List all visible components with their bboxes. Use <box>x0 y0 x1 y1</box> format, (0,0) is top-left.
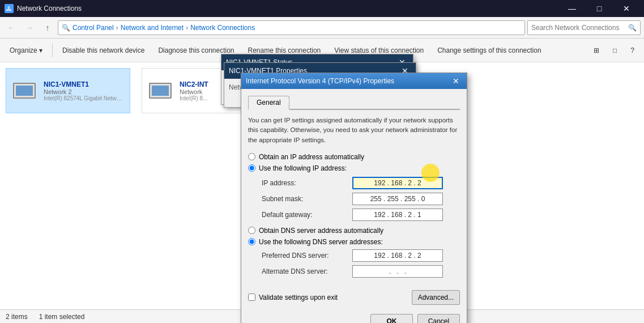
validate-row: Validate settings upon exit Advanced... <box>241 290 467 305</box>
tcp-dialog-tabs: General <box>248 96 460 110</box>
auto-dns-radio[interactable] <box>248 227 255 234</box>
default-gateway-label: Default gateway: <box>262 211 352 219</box>
breadcrumb-network-internet[interactable]: Network and Internet <box>121 24 184 32</box>
help-button[interactable]: ? <box>624 41 641 60</box>
back-button[interactable]: ← <box>3 20 19 35</box>
toolbar-separator-1 <box>52 44 53 57</box>
selected-count: 1 item selected <box>39 313 85 321</box>
subnet-mask-value: 255 . 255 . 255 . 0 <box>370 195 425 203</box>
app-icon: 🖧 <box>5 4 14 13</box>
manual-ip-label[interactable]: Use the following IP address: <box>259 164 347 172</box>
auto-ip-label[interactable]: Obtain an IP address automatically <box>259 153 364 161</box>
alternate-dns-label: Alternate DNS server: <box>262 267 352 275</box>
organize-button[interactable]: Organize ▾ <box>3 41 49 60</box>
manual-ip-radio[interactable] <box>248 164 255 172</box>
advanced-button[interactable]: Advanced... <box>412 290 460 305</box>
tab-general[interactable]: General <box>248 96 289 110</box>
ip-address-label: IP address: <box>262 179 352 187</box>
connection-status-nic1: Network 2 <box>44 88 125 95</box>
dns-field-group: Preferred DNS server: 192 . 168 . 2 . 2 … <box>248 249 460 278</box>
auto-dns-row: Obtain DNS server address automatically <box>248 227 460 235</box>
maximize-button[interactable]: □ <box>586 0 612 17</box>
up-button[interactable]: ↑ <box>40 20 56 35</box>
validate-label[interactable]: Validate settings upon exit <box>259 294 338 301</box>
title-bar-buttons: — □ ✕ <box>559 0 639 17</box>
tcp-dialog-footer: OK Cancel <box>241 309 467 323</box>
connection-icon-nic1 <box>11 77 38 104</box>
breadcrumb-bar: 🔍 Control Panel › Network and Internet ›… <box>58 20 525 35</box>
tcp-info-text: You can get IP settings assigned automat… <box>248 116 460 145</box>
view-options-button[interactable]: ⊞ <box>587 41 605 60</box>
auto-ip-row: Obtain an IP address automatically <box>248 153 460 161</box>
ip-radio-group: Obtain an IP address automatically Use t… <box>248 153 460 172</box>
monitor-icon-2 <box>149 83 172 99</box>
alternate-dns-row: Alternate DNS server: . . . <box>262 265 460 278</box>
dns-section: Obtain DNS server address automatically … <box>248 227 460 278</box>
subnet-mask-input[interactable]: 255 . 255 . 255 . 0 <box>352 193 443 205</box>
disable-button[interactable]: Disable this network device <box>56 41 151 60</box>
breadcrumb-network-connections[interactable]: Network Connections <box>190 24 255 32</box>
ip-field-group: IP address: 192 . 168 . 2 . 2 Subnet mas… <box>248 177 460 221</box>
address-bar: ← → ↑ 🔍 Control Panel › Network and Inte… <box>0 17 644 39</box>
manual-dns-radio[interactable] <box>248 238 255 245</box>
connection-item-nic1[interactable]: NIC1-VMNET1 Network 2 Intel(R) 82574L Gi… <box>6 68 130 113</box>
ip-address-input[interactable]: 192 . 168 . 2 . 2 <box>352 177 443 189</box>
manual-dns-label[interactable]: Use the following DNS server addresses: <box>259 238 383 246</box>
preview-button[interactable]: □ <box>607 41 623 60</box>
cancel-button[interactable]: Cancel <box>417 314 460 323</box>
connection-name-nic1: NIC1-VMNET1 <box>44 80 125 88</box>
breadcrumb-control-panel[interactable]: Control Panel <box>72 24 114 32</box>
connection-info-nic1: NIC1-VMNET1 Network 2 Intel(R) 82574L Gi… <box>44 80 125 101</box>
validate-checkbox[interactable] <box>248 294 255 301</box>
search-bar: 🔍 <box>527 20 641 35</box>
connection-adapter-nic1: Intel(R) 82574L Gigabit Network C... <box>44 95 125 101</box>
auto-dns-label[interactable]: Obtain DNS server address automatically <box>259 227 383 235</box>
item-count: 2 items <box>6 313 28 321</box>
forward-button[interactable]: → <box>22 20 37 35</box>
manual-ip-row: Use the following IP address: <box>248 164 460 172</box>
subnet-mask-label: Subnet mask: <box>262 195 352 203</box>
close-button[interactable]: ✕ <box>613 0 639 17</box>
change-settings-button[interactable]: Change settings of this connection <box>431 41 547 60</box>
default-gateway-value: 192 . 168 . 2 . 1 <box>374 211 421 219</box>
subnet-mask-row: Subnet mask: 255 . 255 . 255 . 0 <box>262 193 460 205</box>
ip-address-row: IP address: 192 . 168 . 2 . 2 <box>262 177 460 189</box>
auto-ip-radio[interactable] <box>248 153 255 160</box>
monitor-icon <box>13 83 36 99</box>
preferred-dns-label: Preferred DNS server: <box>262 252 352 260</box>
tcp-dialog-title: Internet Protocol Version 4 (TCP/IPv4) P… <box>246 77 450 85</box>
ip-address-value: 192 . 168 . 2 . 2 <box>374 179 421 187</box>
tcp-dialog-titlebar: Internet Protocol Version 4 (TCP/IPv4) P… <box>241 73 467 89</box>
breadcrumb-icon: 🔍 <box>62 24 70 32</box>
search-input[interactable] <box>531 24 626 32</box>
connection-icon-nic2 <box>147 77 174 104</box>
alternate-dns-value: . . . <box>385 267 410 275</box>
ok-button[interactable]: OK <box>370 314 413 323</box>
search-icon: 🔍 <box>628 24 637 32</box>
title-bar: 🖧 Network Connections — □ ✕ <box>0 0 644 17</box>
tcp-dialog-close[interactable]: ✕ <box>450 75 462 87</box>
preferred-dns-value: 192 . 168 . 2 . 2 <box>374 252 421 260</box>
alternate-dns-input[interactable]: . . . <box>352 265 443 278</box>
default-gateway-row: Default gateway: 192 . 168 . 2 . 1 <box>262 209 460 221</box>
window-title: Network Connections <box>17 5 559 12</box>
preferred-dns-row: Preferred DNS server: 192 . 168 . 2 . 2 <box>262 249 460 262</box>
preferred-dns-input[interactable]: 192 . 168 . 2 . 2 <box>352 249 443 262</box>
tcp-dialog[interactable]: Internet Protocol Version 4 (TCP/IPv4) P… <box>241 73 467 323</box>
main-window: 🖧 Network Connections — □ ✕ ← → ↑ 🔍 Cont… <box>0 0 644 323</box>
manual-dns-row: Use the following DNS server addresses: <box>248 238 460 246</box>
tcp-dialog-body: General You can get IP settings assigned… <box>241 89 467 290</box>
default-gateway-input[interactable]: 192 . 168 . 2 . 1 <box>352 209 443 221</box>
minimize-button[interactable]: — <box>559 0 585 17</box>
